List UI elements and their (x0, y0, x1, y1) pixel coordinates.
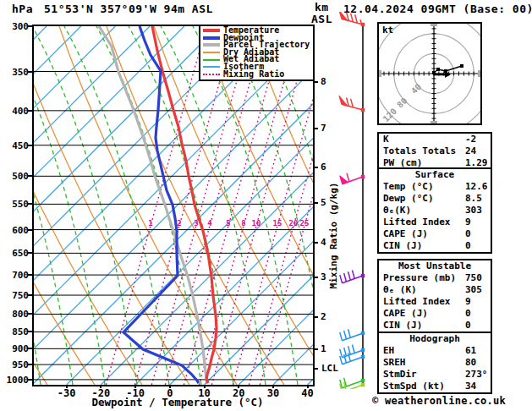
temperature-swatch (203, 29, 220, 32)
most-unstable-panel: Most UnstablePressure (mb)750θₑ (K)305Li… (377, 259, 492, 333)
pressure-tick (28, 364, 32, 365)
pressure-tick-label: 600 (3, 225, 29, 236)
mixing-ratio-label: 3 (189, 219, 203, 227)
barb-station-dot (361, 332, 365, 335)
mixing-ratio-label: 4 (203, 219, 217, 227)
barb-station-dot (361, 274, 365, 277)
mixing-ratio-label: 10 (250, 219, 263, 227)
km-tick-label: 3 (321, 271, 326, 282)
mixing-ratio-swatch (203, 74, 220, 75)
km-tick-label: 1 (321, 343, 326, 354)
pressure-tick (28, 175, 32, 177)
hodograph-unit-label: kt (382, 25, 393, 36)
storm-motion-arrow-head (445, 71, 451, 78)
hodograph-row: EH61 (379, 345, 491, 357)
barb-feather (348, 329, 351, 337)
barb-feather (347, 173, 349, 182)
pressure-tick-label: 450 (3, 140, 29, 151)
wind-barb (340, 329, 365, 341)
barb-flag (339, 96, 348, 106)
pressure-tick (28, 25, 32, 27)
surface-row: θₑ(K)303 (379, 205, 491, 216)
pressure-tick-label: 850 (3, 326, 29, 337)
hodograph-value: 34 (465, 381, 476, 392)
isotherm-line (34, 26, 115, 385)
mixing-ratio-label: 2 (173, 219, 186, 227)
barb-station-dot (361, 348, 365, 352)
station-title: 51°53'N 357°09'W 94m ASL (44, 3, 213, 15)
barb-feather (344, 273, 347, 282)
surface-row: Lifted Index9 (379, 216, 491, 228)
km-tick (313, 348, 318, 350)
hodograph-label: StmDir (383, 369, 417, 380)
barb-station-dot (361, 383, 365, 386)
hodograph-value: 273° (465, 369, 488, 381)
pressure-tick-label: 800 (3, 309, 29, 320)
surface-value: 9 (465, 216, 471, 228)
wind-barb (340, 345, 365, 358)
surface-row: CIN (J)0 (379, 240, 491, 252)
surface-label: CIN (J) (383, 240, 422, 251)
hodograph-header: Hodograph (379, 333, 491, 345)
surface-label: CAPE (J) (383, 228, 428, 239)
mixing-ratio-label: 5 (222, 219, 235, 227)
pressure-tick-label: 500 (3, 171, 29, 182)
hodograph-border-tab (379, 70, 381, 77)
most-unstable-label: CAPE (J) (383, 308, 428, 319)
wet-adiabat-line (64, 26, 169, 385)
pressure-tick (28, 229, 32, 231)
mixing-ratio-label: 25 (298, 219, 311, 227)
pressure-tick-label: 550 (3, 199, 29, 210)
km-tick (313, 277, 318, 278)
wind-barb (340, 271, 365, 283)
barb-station-dot (361, 175, 365, 178)
barb-station-dot (361, 355, 365, 359)
hodograph-row: StmDir273° (379, 369, 491, 381)
barb-flag (340, 176, 348, 184)
most-unstable-value: 305 (465, 284, 482, 296)
pressure-tick (28, 294, 32, 296)
surface-label: θₑ(K) (383, 205, 411, 216)
hodograph-stats-panel: HodographEH61SREH80StmDir273°StmSpd (kt)… (377, 332, 492, 394)
surface-row: Temp (°C)12.6 (379, 181, 491, 193)
surface-header: Surface (379, 169, 491, 181)
isotherm-swatch (203, 66, 220, 68)
most-unstable-row: Pressure (mb)750 (379, 272, 491, 284)
stats-value: 24 (465, 145, 476, 157)
surface-row: Dewp (°C)8.5 (379, 193, 491, 205)
most-unstable-row: CIN (J)0 (379, 320, 491, 332)
barb-feather (352, 345, 354, 353)
hodograph-trace-point (436, 68, 440, 71)
pressure-tick (28, 348, 32, 349)
surface-value: 12.6 (465, 181, 488, 193)
pressure-tick (28, 71, 32, 73)
wind-barb-column (326, 12, 370, 389)
stats-row: K-2 (379, 134, 491, 145)
most-unstable-value: 0 (465, 320, 471, 332)
hodograph-box: kt 4080120 (377, 22, 482, 125)
hodograph-border-tab (431, 24, 437, 26)
surface-label: Lifted Index (383, 216, 450, 227)
km-tick (313, 167, 318, 168)
most-unstable-label: Lifted Index (383, 296, 450, 307)
pressure-tick (28, 274, 32, 276)
surface-label: Temp (°C) (383, 181, 434, 192)
most-unstable-header: Most Unstable (379, 260, 491, 272)
hodograph-canvas: 4080120 (379, 24, 480, 123)
legend-box: TemperatureDewpointParcel TrajectoryDry … (199, 25, 315, 81)
pressure-tick (28, 313, 32, 315)
km-tick-label: 4 (321, 237, 326, 248)
surface-label: Dewp (°C) (383, 193, 434, 204)
km-tick-label: 5 (321, 197, 326, 208)
hodograph-ring-label: 80 (395, 96, 409, 109)
most-unstable-label: θₑ (K) (383, 284, 417, 295)
barb-feather (348, 271, 351, 280)
most-unstable-label: Pressure (mb) (383, 272, 456, 283)
mixing-ratio-label: 8 (237, 219, 250, 227)
hodograph-row: SREH80 (379, 357, 491, 369)
wet-adiabat-line (96, 26, 201, 385)
stats-value: -2 (465, 134, 476, 145)
hodograph-border-tab (431, 121, 437, 123)
pressure-tick (28, 145, 32, 146)
dewpoint-swatch (203, 36, 220, 40)
